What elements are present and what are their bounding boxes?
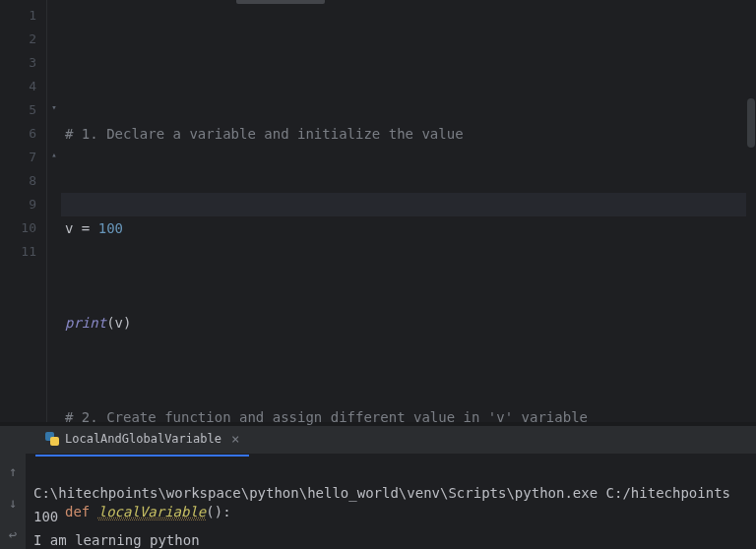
code-area[interactable]: # 1. Declare a variable and initialize t… bbox=[61, 0, 756, 422]
line-number: 9 bbox=[0, 193, 36, 216]
line-number: 1 bbox=[0, 4, 36, 28]
line-number: 10 bbox=[0, 216, 36, 240]
soft-wrap-icon[interactable]: ↩ bbox=[4, 522, 22, 546]
fold-open-icon[interactable]: ▾ bbox=[49, 102, 59, 112]
variable: v bbox=[115, 315, 123, 331]
paren: ( bbox=[106, 315, 114, 331]
fold-gutter: ▾ ▴ bbox=[47, 0, 61, 422]
line-number: 6 bbox=[0, 122, 36, 146]
comment: # 1. Declare a variable and initialize t… bbox=[65, 126, 464, 142]
function-name: localVariable bbox=[98, 504, 207, 520]
line-number: 7 bbox=[0, 146, 36, 169]
signature: (): bbox=[206, 504, 230, 519]
number-literal: 100 bbox=[98, 220, 123, 236]
python-file-icon bbox=[45, 432, 59, 446]
editor-pane: 1 2 3 4 5 6 7 8 9 10 11 ▾ ▴ # 1. Declare… bbox=[0, 0, 756, 423]
comment: # 2. Create function and assign differen… bbox=[65, 409, 588, 425]
vertical-scrollbar-thumb[interactable] bbox=[747, 98, 755, 148]
keyword-def: def bbox=[65, 504, 98, 519]
vertical-scrollbar[interactable] bbox=[746, 0, 756, 422]
line-number: 4 bbox=[0, 75, 36, 98]
run-toolbar: ↑ ↓ ↩ ⤓ bbox=[0, 426, 26, 549]
fold-close-icon[interactable]: ▴ bbox=[49, 150, 59, 159]
line-number: 3 bbox=[0, 51, 36, 75]
line-number: 11 bbox=[0, 240, 36, 264]
current-line-highlight bbox=[61, 193, 756, 216]
arrow-up-icon[interactable]: ↑ bbox=[4, 459, 22, 483]
arrow-down-icon[interactable]: ↓ bbox=[4, 491, 22, 515]
console-line: 100 bbox=[33, 509, 58, 524]
line-number: 5 bbox=[0, 98, 36, 122]
line-number: 8 bbox=[0, 169, 36, 193]
paren: ) bbox=[123, 315, 131, 331]
operator: = bbox=[73, 220, 97, 236]
builtin-call: print bbox=[65, 315, 106, 331]
line-number-gutter: 1 2 3 4 5 6 7 8 9 10 11 bbox=[0, 0, 47, 422]
line-number: 2 bbox=[0, 28, 36, 51]
